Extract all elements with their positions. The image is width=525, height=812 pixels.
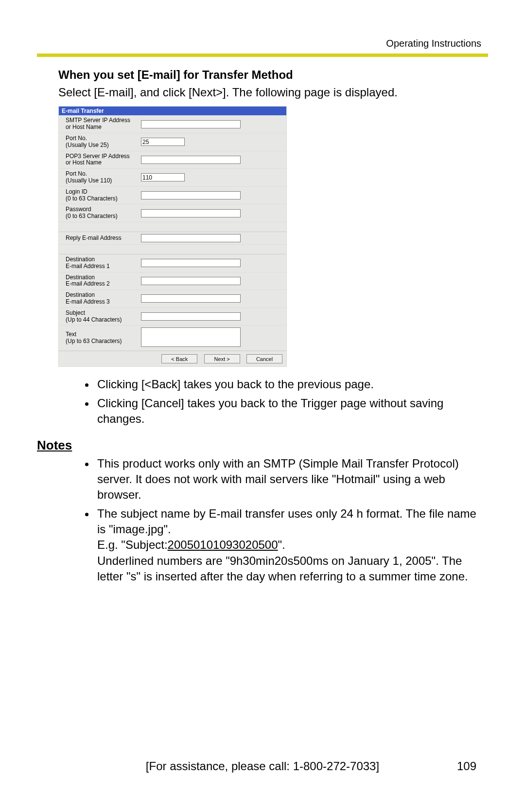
notes-list: This product works only with an SMTP (Si… — [58, 456, 481, 585]
text-input[interactable] — [141, 327, 241, 347]
password-input[interactable] — [141, 209, 241, 217]
pop3-server-label: POP3 Server IP Address or Host Name — [59, 151, 139, 169]
dest3-input[interactable] — [141, 294, 241, 303]
section-title: When you set [E-mail] for Transfer Metho… — [58, 68, 481, 82]
page-content: When you set [E-mail] for Transfer Metho… — [58, 68, 481, 588]
cancel-button[interactable]: Cancel — [246, 354, 282, 363]
dest3-label: Destination E-mail Address 3 — [59, 290, 139, 308]
smtp-port-input[interactable] — [141, 138, 185, 146]
dest1-label: Destination E-mail Address 1 — [59, 254, 139, 272]
footer-assist: [For assistance, please call: 1-800-272-… — [0, 759, 525, 773]
note-line2-post: ". — [278, 538, 285, 551]
notes-heading: Notes — [37, 438, 481, 453]
pop3-port-label: Port No. (Usually Use 110) — [59, 169, 139, 187]
note-line2-number: 20050101093020500 — [168, 538, 278, 551]
section-intro: Select [E-mail], and click [Next>]. The … — [58, 85, 481, 100]
smtp-server-input[interactable] — [141, 120, 241, 128]
next-button[interactable]: Next > — [204, 354, 240, 363]
subject-input[interactable] — [141, 312, 241, 321]
subject-label: Subject (Up to 44 Characters) — [59, 308, 139, 326]
smtp-server-label: SMTP Server IP Address or Host Name — [59, 115, 139, 133]
form-header: E-mail Transfer — [59, 107, 286, 115]
header-divider — [37, 54, 488, 57]
note-line2-pre: E.g. "Subject: — [97, 538, 168, 551]
email-transfer-form: E-mail Transfer SMTP Server IP Address o… — [58, 106, 287, 367]
post-form-bullets: Clicking [<Back] takes you back to the p… — [58, 377, 481, 427]
note-line1: The subject name by E-mail transfer uses… — [97, 507, 476, 536]
login-id-input[interactable] — [141, 191, 241, 199]
text-label: Text (Up to 63 Characters) — [59, 325, 139, 351]
dest1-input[interactable] — [141, 259, 241, 267]
bullet-back: Clicking [<Back] takes you back to the p… — [95, 377, 481, 392]
page-number: 109 — [457, 759, 476, 773]
note-line3: Underlined numbers are "9h30min20s500ms … — [97, 554, 468, 583]
login-id-label: Login ID (0 to 63 Characters) — [59, 187, 139, 205]
pop3-server-input[interactable] — [141, 156, 241, 164]
back-button[interactable]: < Back — [161, 354, 197, 363]
password-label: Password (0 to 63 Characters) — [59, 204, 139, 222]
doc-title: Operating Instructions — [386, 38, 481, 49]
dest2-label: Destination E-mail Address 2 — [59, 272, 139, 290]
pop3-port-input[interactable] — [141, 173, 185, 181]
form-button-row: < Back Next > Cancel — [59, 351, 286, 366]
smtp-port-label: Port No. (Usually Use 25) — [59, 133, 139, 151]
manual-page: Operating Instructions When you set [E-m… — [0, 0, 525, 812]
bullet-cancel: Clicking [Cancel] takes you back to the … — [95, 396, 481, 427]
reply-email-label: Reply E-mail Address — [59, 232, 139, 245]
note-subject-format: The subject name by E-mail transfer uses… — [95, 506, 481, 585]
dest2-input[interactable] — [141, 277, 241, 285]
note-smtp: This product works only with an SMTP (Si… — [95, 456, 481, 503]
reply-email-input[interactable] — [141, 234, 241, 242]
